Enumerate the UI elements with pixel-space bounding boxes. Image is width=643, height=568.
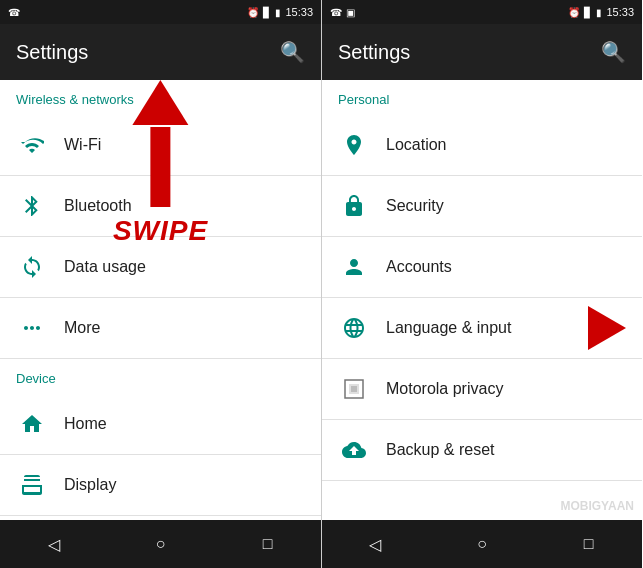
- back-button-right[interactable]: ◁: [355, 524, 395, 564]
- settings-item-wifi[interactable]: Wi-Fi: [0, 115, 321, 176]
- settings-content-left: Wireless & networks Wi-Fi Bluetooth Data…: [0, 80, 321, 520]
- settings-item-bluetooth[interactable]: Bluetooth: [0, 176, 321, 237]
- back-button-left[interactable]: ◁: [34, 524, 74, 564]
- motorola-label: Motorola privacy: [386, 380, 503, 398]
- section-label-wireless: Wireless & networks: [0, 80, 321, 115]
- battery-icon-right: ▮: [596, 7, 602, 18]
- data-usage-label: Data usage: [64, 258, 146, 276]
- settings-item-data[interactable]: Data usage: [0, 237, 321, 298]
- settings-item-security[interactable]: Security: [322, 176, 642, 237]
- security-label: Security: [386, 197, 444, 215]
- display-label: Display: [64, 476, 116, 494]
- motorola-icon: [338, 373, 370, 405]
- signal-icon: ▊: [263, 7, 271, 18]
- nav-bar-right: ◁ ○ □: [322, 520, 642, 568]
- search-button-right[interactable]: 🔍: [601, 40, 626, 64]
- settings-item-backup[interactable]: Backup & reset: [322, 420, 642, 481]
- right-panel: ☎ ▣ ⏰ ▊ ▮ 15:33 Settings 🔍 Personal Loca…: [321, 0, 642, 568]
- recents-button-right[interactable]: □: [569, 524, 609, 564]
- language-arrow-right: [588, 306, 626, 350]
- page-title-left: Settings: [16, 41, 88, 64]
- backup-icon: [338, 434, 370, 466]
- home-button-left[interactable]: ○: [141, 524, 181, 564]
- settings-item-motorola[interactable]: Motorola privacy: [322, 359, 642, 420]
- settings-item-more[interactable]: More: [0, 298, 321, 359]
- wifi-label: Wi-Fi: [64, 136, 101, 154]
- wifi-icon: [16, 129, 48, 161]
- settings-item-location[interactable]: Location: [322, 115, 642, 176]
- home-icon: [16, 408, 48, 440]
- bluetooth-icon: [16, 190, 48, 222]
- accounts-icon: [338, 251, 370, 283]
- more-label: More: [64, 319, 100, 337]
- search-button-left[interactable]: 🔍: [280, 40, 305, 64]
- signal-icon-right: ▊: [584, 7, 592, 18]
- settings-item-home[interactable]: Home: [0, 394, 321, 455]
- settings-item-display[interactable]: Display: [0, 455, 321, 516]
- left-panel: ☎ ⏰ ▊ ▮ 15:33 Settings 🔍 Wireless & netw…: [0, 0, 321, 568]
- alarm-icon-right: ⏰: [568, 7, 580, 18]
- status-time-right: 15:33: [606, 6, 634, 18]
- nav-bar-left: ◁ ○ □: [0, 520, 321, 568]
- display-icon: [16, 469, 48, 501]
- settings-item-accounts[interactable]: Accounts: [322, 237, 642, 298]
- status-icons-right-left: ☎ ▣: [330, 7, 355, 18]
- language-label: Language & input: [386, 319, 511, 337]
- section-label-personal: Personal: [322, 80, 642, 115]
- app-bar-left: Settings 🔍: [0, 24, 321, 80]
- accounts-label: Accounts: [386, 258, 452, 276]
- backup-label: Backup & reset: [386, 441, 495, 459]
- location-label: Location: [386, 136, 447, 154]
- settings-item-language[interactable]: Language & input: [322, 298, 642, 359]
- alarm-icon: ⏰: [247, 7, 259, 18]
- status-bar-left: ☎ ⏰ ▊ ▮ 15:33: [0, 0, 321, 24]
- status-time-left: 15:33: [285, 6, 313, 18]
- phone-icon-right: ☎: [330, 7, 342, 18]
- status-bar-right: ☎ ▣ ⏰ ▊ ▮ 15:33: [322, 0, 642, 24]
- bluetooth-label: Bluetooth: [64, 197, 132, 215]
- location-icon: [338, 129, 370, 161]
- image-icon-right: ▣: [346, 7, 355, 18]
- more-icon: [16, 312, 48, 344]
- status-icons-right-right: ⏰ ▊ ▮ 15:33: [568, 6, 634, 18]
- phone-icon: ☎: [8, 7, 20, 18]
- battery-icon: ▮: [275, 7, 281, 18]
- status-icons-right: ⏰ ▊ ▮ 15:33: [247, 6, 313, 18]
- app-bar-right: Settings 🔍: [322, 24, 642, 80]
- recents-button-left[interactable]: □: [248, 524, 288, 564]
- settings-content-right: Personal Location Security Accounts: [322, 80, 642, 520]
- data-usage-icon: [16, 251, 48, 283]
- section-label-device: Device: [0, 359, 321, 394]
- home-label: Home: [64, 415, 107, 433]
- security-icon: [338, 190, 370, 222]
- status-icons-left: ☎: [8, 7, 20, 18]
- page-title-right: Settings: [338, 41, 410, 64]
- home-button-right[interactable]: ○: [462, 524, 502, 564]
- language-icon: [338, 312, 370, 344]
